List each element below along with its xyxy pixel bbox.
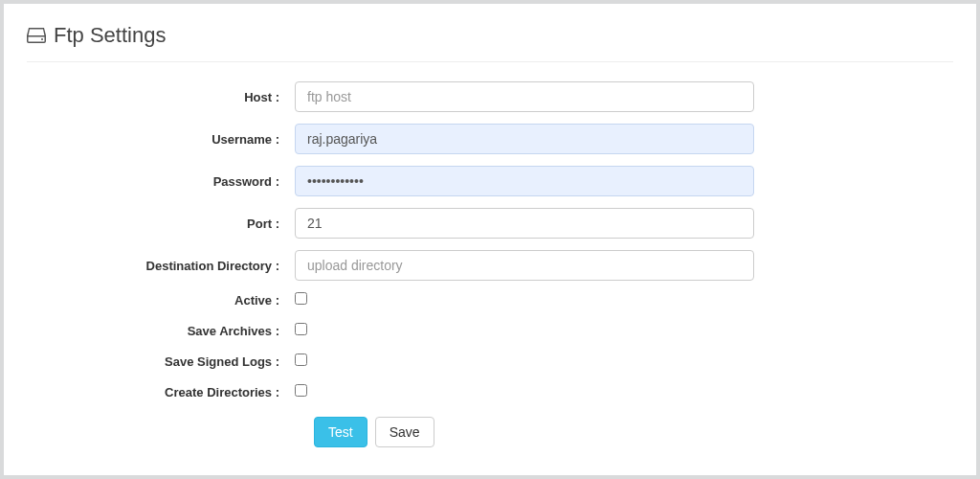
password-input[interactable]: [295, 166, 754, 196]
host-label: Host :: [27, 90, 295, 104]
active-checkbox[interactable]: [295, 292, 307, 305]
port-label: Port :: [27, 217, 295, 231]
active-label: Active :: [27, 293, 295, 308]
save-button[interactable]: Save: [375, 417, 434, 447]
save-signed-logs-row: Save Signed Logs :: [27, 354, 953, 369]
ftp-settings-page: Ftp Settings Host : Username : Password …: [4, 4, 976, 475]
page-title: Ftp Settings: [54, 23, 166, 48]
password-label: Password :: [27, 174, 295, 189]
destination-label: Destination Directory :: [27, 259, 295, 273]
port-input[interactable]: [295, 208, 754, 239]
create-directories-row: Create Directories :: [27, 384, 953, 399]
host-input[interactable]: [295, 81, 754, 112]
page-header: Ftp Settings: [27, 23, 953, 62]
create-directories-checkbox[interactable]: [295, 384, 307, 397]
password-row: Password :: [27, 166, 953, 196]
test-button[interactable]: Test: [314, 417, 368, 447]
port-row: Port :: [27, 208, 953, 239]
destination-row: Destination Directory :: [27, 250, 953, 281]
svg-point-0: [41, 38, 43, 40]
username-row: Username :: [27, 124, 953, 154]
save-signed-logs-checkbox[interactable]: [295, 354, 307, 366]
save-archives-label: Save Archives :: [27, 324, 295, 338]
create-directories-label: Create Directories :: [27, 385, 295, 399]
active-row: Active :: [27, 292, 953, 308]
host-row: Host :: [27, 81, 953, 112]
username-input[interactable]: [295, 124, 754, 154]
save-signed-logs-label: Save Signed Logs :: [27, 354, 295, 369]
button-row: Test Save: [314, 417, 953, 447]
destination-input[interactable]: [295, 250, 754, 281]
username-label: Username :: [27, 132, 295, 147]
save-archives-checkbox[interactable]: [295, 323, 307, 335]
save-archives-row: Save Archives :: [27, 323, 953, 338]
hdd-icon: [27, 28, 46, 43]
